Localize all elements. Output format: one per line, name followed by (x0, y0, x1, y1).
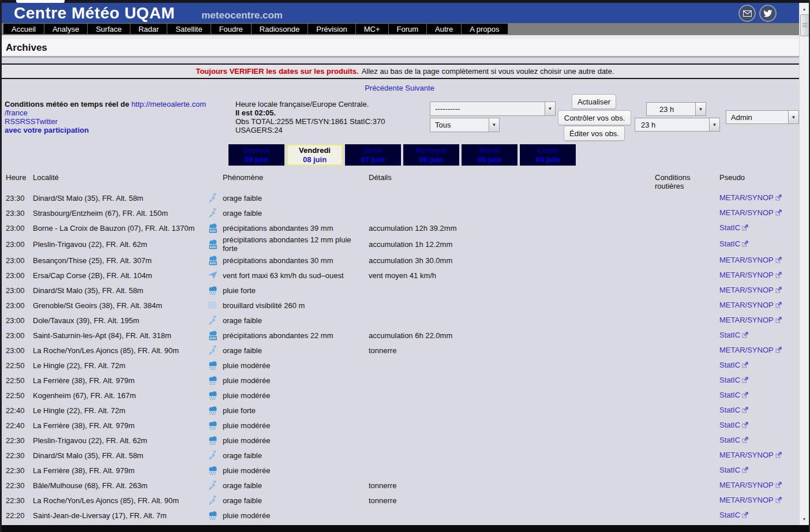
pseudo-link[interactable]: StatIC (719, 466, 740, 474)
nav-tab-accueil[interactable]: Accueil (3, 24, 44, 34)
obs-pseudo: METAR/SYNOP (719, 316, 799, 325)
pseudo-link[interactable]: METAR/SYNOP (719, 256, 774, 264)
date-tab-07-juin[interactable]: Jeudi 07 juin (345, 144, 401, 166)
nav-tab-analyse[interactable]: Analyse (44, 24, 88, 34)
chevron-down-icon[interactable]: ▼ (788, 111, 798, 123)
obs-locality: Kogenheim (67), FR. Alt. 167m (33, 391, 208, 400)
date-tab-06-juin[interactable]: Mercredi 06 juin (403, 144, 459, 166)
link-twitter[interactable]: Twitter (35, 117, 57, 126)
pseudo-link[interactable]: StatIC (719, 239, 740, 248)
scrollbar-up-arrow-icon[interactable]: ▲ (800, 4, 809, 14)
pseudo-link[interactable]: StatIC (719, 421, 740, 429)
pseudo-link[interactable]: StatIC (719, 223, 740, 232)
check-obs-button[interactable]: Contrôler vos obs. (558, 110, 631, 125)
twitter-icon[interactable] (759, 5, 777, 22)
obs-pseudo: METAR/SYNOP (719, 286, 799, 295)
obs-phenomenon: orage faible (223, 316, 369, 325)
obs-phenomenon: précipitations abondantes 22 mm (223, 331, 369, 340)
previous-link[interactable]: Précédente (365, 84, 403, 92)
pseudo-link[interactable]: METAR/SYNOP (719, 496, 774, 504)
obs-locality: Dinard/St Malo (35), FR. Alt. 58m (33, 451, 208, 460)
hour-select-2[interactable]: 23 h ▼ (635, 118, 720, 132)
obs-locality: Grenoble/St Geoirs (38), FR. Alt. 384m (33, 301, 208, 310)
chevron-down-icon[interactable]: ▼ (709, 118, 719, 131)
obs-phenomenon: pluie forte (223, 406, 369, 415)
nav-tab-a-propos[interactable]: A propos (462, 24, 508, 34)
pager: Précédente Suivante (0, 84, 799, 92)
nav-tab-radar[interactable]: Radar (130, 24, 167, 34)
tab-day-label: Lundi (538, 146, 558, 155)
time-info: Heure locale française/Europe Centrale. … (235, 100, 429, 134)
table-row: 22:30 Bâle/Mulhouse (68), FR. Alt. 263m … (0, 478, 799, 493)
pseudo-link[interactable]: StatIC (719, 391, 740, 399)
table-row: 22:40 Le Hingle (22), FR. Alt. 72m pluie… (0, 403, 799, 418)
nav-tab-satellite[interactable]: Satellite (167, 24, 211, 34)
nav-tab-forum[interactable]: Forum (389, 24, 427, 34)
next-link[interactable]: Suivante (405, 84, 434, 92)
scrollbar-thumb[interactable] (800, 14, 809, 36)
meteoalerte-link[interactable]: http://meteoalerte.com (132, 100, 206, 108)
link-rss[interactable]: RSS (5, 117, 20, 126)
external-link-icon (742, 436, 748, 445)
pseudo-link[interactable]: METAR/SYNOP (719, 481, 774, 489)
pseudo-link[interactable]: StatIC (719, 406, 740, 414)
external-link-icon (775, 451, 782, 460)
pseudo-link[interactable]: METAR/SYNOP (719, 316, 774, 324)
nav-tab-pr-vision[interactable]: Prévision (308, 24, 355, 34)
obs-phenomenon: orage faible (223, 481, 369, 490)
nav-tab-foudre[interactable]: Foudre (211, 24, 252, 34)
obs-locality: Dinard/St Malo (35), FR. Alt. 58m (33, 194, 208, 203)
refresh-button[interactable]: Actualiser (572, 94, 616, 109)
pseudo-link[interactable]: METAR/SYNOP (719, 301, 774, 309)
pseudo-link[interactable]: METAR/SYNOP (719, 271, 774, 279)
hour-select-1[interactable]: 23 h ▼ (646, 102, 706, 116)
lightning-icon (208, 193, 223, 203)
external-link-icon (775, 194, 782, 203)
external-link-icon (742, 421, 748, 430)
obs-time: 23:00 (6, 331, 33, 340)
chevron-down-icon[interactable]: ▼ (489, 118, 499, 132)
main-nav: AccueilAnalyseSurfaceRadarSatelliteFoudr… (0, 23, 810, 35)
obs-time: 23:00 (6, 240, 33, 249)
date-tab-05-juin[interactable]: Mardi 05 juin (462, 144, 518, 166)
pseudo-link[interactable]: METAR/SYNOP (719, 451, 774, 459)
observations-table: Heure Localité Phénomène Détails Conditi… (0, 171, 799, 523)
edit-obs-button[interactable]: Éditer vos obs. (564, 126, 625, 141)
pseudo-link[interactable]: StatIC (719, 331, 740, 339)
filter-select-tous[interactable]: Tous ▼ (430, 118, 500, 132)
obs-pseudo: StatIC (719, 436, 799, 445)
pseudo-link[interactable]: METAR/SYNOP (719, 286, 774, 294)
meteoalerte-link-path[interactable]: /france (5, 108, 28, 117)
tab-date-label: 04 juin (536, 155, 560, 164)
pseudo-link[interactable]: StatIC (719, 511, 740, 519)
date-tab-04-juin[interactable]: Lundi 04 juin (520, 144, 576, 166)
link-rss[interactable]: RSS (20, 117, 36, 126)
timezone-text: Heure locale française/Europe Centrale. (235, 100, 369, 108)
external-link-icon (742, 391, 748, 400)
filter-select-empty[interactable]: ---------- ▼ (430, 102, 556, 116)
scrollbar[interactable]: ▲ ▼ (799, 3, 809, 525)
pseudo-link[interactable]: StatIC (719, 376, 740, 384)
nav-tab-mc-[interactable]: MC+ (356, 24, 389, 34)
obs-time: 22:30 (6, 466, 33, 475)
nav-tab-autre[interactable]: Autre (427, 24, 462, 34)
pseudo-link[interactable]: StatIC (719, 361, 740, 369)
pseudo-link[interactable]: StatIC (719, 436, 740, 444)
scrollbar-down-arrow-icon[interactable]: ▼ (800, 514, 809, 524)
svg-text:EAU: EAU (210, 261, 216, 265)
pseudo-link[interactable]: METAR/SYNOP (719, 193, 774, 202)
nav-tab-surface[interactable]: Surface (88, 24, 130, 34)
chevron-down-icon[interactable]: ▼ (695, 103, 706, 115)
current-time-text: Il est 02:05. (235, 108, 276, 117)
chevron-down-icon[interactable]: ▼ (545, 102, 555, 115)
pseudo-link[interactable]: METAR/SYNOP (719, 346, 774, 354)
pseudo-link[interactable]: METAR/SYNOP (719, 208, 774, 217)
nav-tab-radiosonde[interactable]: Radiosonde (252, 24, 308, 34)
obs-details: tonnerre (369, 346, 655, 355)
obs-locality: Besançon/Thise (25), FR. Alt. 307m (33, 256, 208, 265)
obs-time: 22:30 (6, 436, 33, 445)
admin-select[interactable]: Admin ▼ (726, 110, 799, 124)
email-icon[interactable] (738, 5, 756, 22)
date-tab-09-juin[interactable]: Samedi 09 juin (228, 144, 284, 166)
date-tab-08-juin[interactable]: Vendredi 08 juin (287, 144, 343, 166)
